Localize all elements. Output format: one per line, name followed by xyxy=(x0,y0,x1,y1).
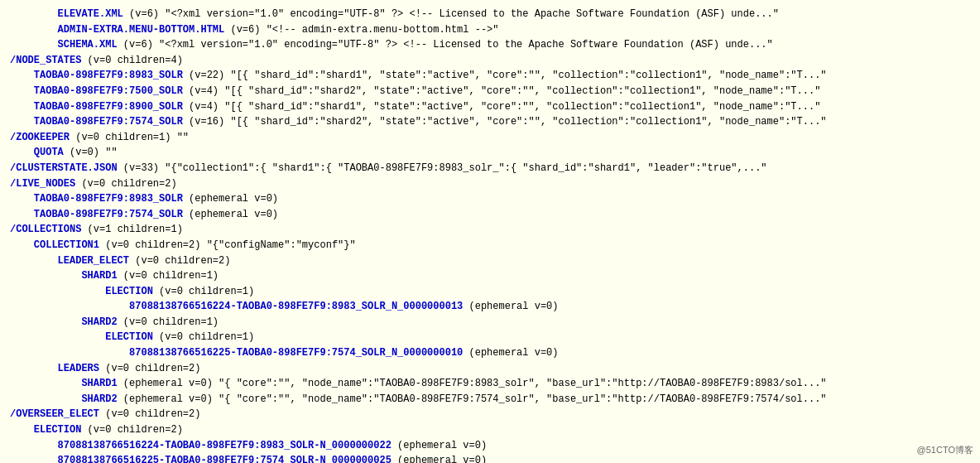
console-line: ADMIN-EXTRA.MENU-BOTTOM.HTML (v=6) "<!--… xyxy=(10,22,970,38)
console-output: ELEVATE.XML (v=6) "<?xml version="1.0" e… xyxy=(0,0,980,463)
console-line: /COLLECTIONS (v=1 children=1) xyxy=(10,222,970,238)
console-line: QUOTA (v=0) "" xyxy=(10,145,970,161)
console-line: COLLECTION1 (v=0 children=2) "{"configNa… xyxy=(10,238,970,253)
console-line: SHARD2 (v=0 children=1) xyxy=(10,315,970,330)
console-line: SHARD1 (v=0 children=1) xyxy=(10,268,970,284)
node-name: /OVERSEER_ELECT xyxy=(10,408,99,420)
node-name: ADMIN-EXTRA.MENU-BOTTOM.HTML xyxy=(10,24,224,36)
node-name: /LIVE_NODES xyxy=(10,178,75,190)
node-name: TAOBA0-898FE7F9:7574_SOLR xyxy=(10,116,183,128)
node-name: TAOBA0-898FE7F9:7574_SOLR xyxy=(10,209,183,220)
console-line: /OVERSEER_ELECT (v=0 children=2) xyxy=(10,407,970,422)
node-name: /COLLECTIONS xyxy=(10,224,81,235)
console-line: 87088138766516224-TAOBA0-898FE7F9:8983_S… xyxy=(10,299,970,315)
node-name: /ZOOKEEPER xyxy=(10,132,70,143)
console-line: ELECTION (v=0 children=1) xyxy=(10,330,970,345)
console-line: TAOBA0-898FE7F9:8900_SOLR (v=4) "[{ "sha… xyxy=(10,99,970,115)
console-line: /NODE_STATES (v=0 children=4) xyxy=(10,53,970,69)
node-name: SCHEMA.XML xyxy=(10,39,118,51)
node-name: 87088138766516225-TAOBA0-898FE7F9:7574_S… xyxy=(10,455,392,463)
console-line: SHARD2 (ephemeral v=0) "{ "core":"", "no… xyxy=(10,392,970,408)
console-line: /LIVE_NODES (v=0 children=2) xyxy=(10,176,970,192)
node-name: TAOBA0-898FE7F9:7500_SOLR xyxy=(10,85,183,97)
node-name: 87088138766516225-TAOBA0-898FE7F9:7574_S… xyxy=(10,347,463,359)
node-name: 87088138766516224-TAOBA0-898FE7F9:8983_S… xyxy=(10,440,392,451)
node-name: COLLECTION1 xyxy=(10,239,99,251)
node-name: SHARD1 xyxy=(10,378,118,389)
node-name: LEADER_ELECT xyxy=(10,255,129,267)
node-name: ELECTION xyxy=(10,331,153,343)
node-name: SHARD2 xyxy=(10,316,118,328)
node-name: QUOTA xyxy=(10,147,64,158)
console-line: TAOBA0-898FE7F9:8983_SOLR (ephemeral v=0… xyxy=(10,191,970,207)
node-name: SHARD1 xyxy=(10,270,118,282)
console-line: TAOBA0-898FE7F9:7574_SOLR (v=16) "[{ "sh… xyxy=(10,114,970,130)
console-line: 87088138766516225-TAOBA0-898FE7F9:7574_S… xyxy=(10,453,970,463)
console-line: ELECTION (v=0 children=1) xyxy=(10,284,970,300)
console-line: TAOBA0-898FE7F9:7574_SOLR (ephemeral v=0… xyxy=(10,207,970,223)
node-name: 87088138766516224-TAOBA0-898FE7F9:8983_S… xyxy=(10,301,463,312)
console-line: LEADER_ELECT (v=0 children=2) xyxy=(10,253,970,269)
node-name: ELECTION xyxy=(10,286,153,297)
node-name: ELECTION xyxy=(10,424,81,436)
console-line: 87088138766516224-TAOBA0-898FE7F9:8983_S… xyxy=(10,438,970,454)
node-name: TAOBA0-898FE7F9:8900_SOLR xyxy=(10,101,183,113)
node-name: TAOBA0-898FE7F9:8983_SOLR xyxy=(10,193,183,205)
console-line: /CLUSTERSTATE.JSON (v=33) "{"collection1… xyxy=(10,161,970,176)
node-name: TAOBA0-898FE7F9:8983_SOLR xyxy=(10,70,183,81)
node-name: LEADERS xyxy=(10,363,99,374)
console-line: /ZOOKEEPER (v=0 children=1) "" xyxy=(10,130,970,146)
node-name: ELEVATE.XML xyxy=(10,8,123,20)
console-line: TAOBA0-898FE7F9:8983_SOLR (v=22) "[{ "sh… xyxy=(10,68,970,84)
console-line: ELECTION (v=0 children=2) xyxy=(10,422,970,438)
console-line: SCHEMA.XML (v=6) "<?xml version="1.0" en… xyxy=(10,37,970,53)
console-line: ELEVATE.XML (v=6) "<?xml version="1.0" e… xyxy=(10,7,970,22)
watermark: @51CTO博客 xyxy=(917,444,973,456)
node-name: /NODE_STATES xyxy=(10,55,81,66)
node-name: SHARD2 xyxy=(10,393,118,405)
console-line: LEADERS (v=0 children=2) xyxy=(10,361,970,377)
console-line: SHARD1 (ephemeral v=0) "{ "core":"", "no… xyxy=(10,376,970,392)
console-line: 87088138766516225-TAOBA0-898FE7F9:7574_S… xyxy=(10,345,970,361)
console-line: TAOBA0-898FE7F9:7500_SOLR (v=4) "[{ "sha… xyxy=(10,84,970,99)
node-name: /CLUSTERSTATE.JSON xyxy=(10,162,118,174)
